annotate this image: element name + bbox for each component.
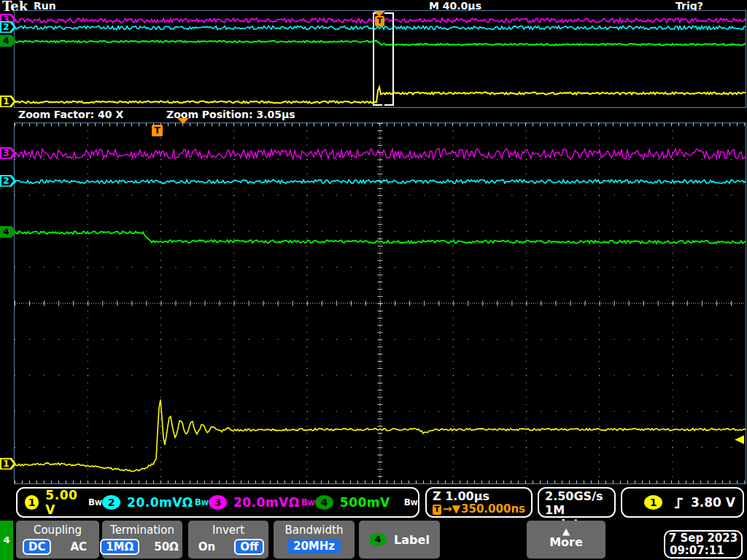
zoom-trigger-t-icon[interactable]: T (152, 125, 163, 136)
ch4-bandwidth-limit-icon: BW (404, 497, 418, 508)
ch3-bandwidth-limit-icon: BW (301, 497, 315, 508)
label-button[interactable]: 4 Label (359, 521, 440, 559)
invert-button[interactable]: Invert On Off (188, 521, 268, 559)
bandwidth-value[interactable]: 20MHz (287, 539, 341, 553)
ch1-badge-icon: 1 (25, 495, 39, 510)
zoom-ch4-badge[interactable]: 4 (0, 226, 16, 238)
bandwidth-button[interactable]: Bandwidth 20MHz (274, 521, 355, 559)
delay-t-icon: T (433, 505, 441, 515)
channel-scale-readouts[interactable]: 1 5.00 V BW 2 20.0mVΩ BW 3 20.0mVΩ BW 4 … (16, 487, 419, 518)
trigger-level-readout: 3.80 V (691, 495, 735, 510)
label-ch4-badge-icon: 4 (369, 533, 387, 546)
coupling-button[interactable]: Coupling DC AC (16, 521, 99, 559)
coupling-ac-option[interactable]: AC (64, 539, 93, 555)
ch4-scale: 500mV (340, 495, 390, 510)
acquisition-info-box[interactable]: 2.50GS/s 1M points (538, 487, 616, 518)
ch2-badge-icon: 2 (102, 495, 120, 510)
trigger-readout-box[interactable]: 1 3.80 V (621, 487, 744, 518)
termination-1m-option[interactable]: 1MΩ (100, 539, 139, 555)
trigger-delay-readout: T→▼350.000ns (433, 503, 525, 516)
overview-ch2-badge[interactable]: 2 (0, 21, 16, 33)
ch3-badge-icon: 3 (209, 495, 227, 510)
coupling-dc-option[interactable]: DC (23, 539, 51, 555)
zoom-bracket-left[interactable] (373, 12, 382, 106)
ch2-scale: 20.0mVΩ (127, 495, 193, 510)
zoom-ch3-badge[interactable]: 3 (0, 147, 16, 159)
time-readout: 09:07:11 (665, 545, 741, 557)
oscilloscope-screen: Tek Run M 40.0µs Trig? T Zoom Factor: 40… (0, 0, 747, 560)
zoom-ch2-badge[interactable]: 2 (0, 175, 16, 187)
ch1-level-left-arrow-icon (735, 435, 744, 444)
datetime-box: 7 Sep 2023 09:07:11 (664, 530, 743, 559)
overview-ch1-badge[interactable]: 1 (0, 96, 16, 107)
overview-trigger-t-icon[interactable]: T (375, 16, 384, 26)
overview-ch4-badge[interactable]: 4 (0, 35, 16, 47)
ch2-bandwidth-limit-icon: BW (195, 497, 209, 508)
termination-button[interactable]: Termination 1MΩ 50Ω (102, 521, 182, 559)
ch1-readout[interactable]: 1 5.00 V BW (25, 488, 102, 517)
menu-channel-tab: 4 (0, 521, 13, 560)
invert-off-option[interactable]: Off (234, 539, 264, 555)
date-readout: 7 Sep 2023 (665, 532, 741, 545)
ch2-readout[interactable]: 2 20.0mVΩ BW (102, 495, 209, 510)
ch3-readout[interactable]: 3 20.0mVΩ BW (209, 495, 315, 510)
invert-on-option[interactable]: On (193, 539, 221, 555)
delay-arrows-icon: →▼ (443, 503, 460, 516)
ch1-bandwidth-limit-icon: BW (88, 497, 102, 508)
zoom-delay-position-icon[interactable] (177, 118, 189, 124)
zoom-bracket-right[interactable] (384, 12, 394, 106)
zoom-scale-readout: Z 1.00µs (433, 489, 525, 503)
ch1-scale: 5.00 V (45, 488, 82, 517)
zoom-factor-readout: Zoom Factor: 40 X (18, 109, 123, 120)
zoom-timebase-box[interactable]: Z 1.00µs T→▼350.000ns (425, 487, 533, 518)
waveform-zoom-window (14, 122, 746, 484)
more-button[interactable]: ▲ More (527, 521, 605, 559)
zoom-traces-and-graticule (15, 123, 746, 483)
more-up-arrow-icon: ▲ (527, 528, 605, 535)
termination-50-option[interactable]: 50Ω (148, 539, 185, 555)
ch4-badge-icon: 4 (315, 495, 333, 510)
zoom-ch1-badge[interactable]: 1 (0, 458, 16, 470)
sample-rate: 2.50GS/s (545, 489, 608, 503)
ch3-scale: 20.0mVΩ (233, 495, 300, 510)
rising-edge-icon (673, 496, 685, 510)
trigger-source-badge-icon: 1 (644, 495, 662, 510)
ch4-readout[interactable]: 4 500mV BW (315, 495, 418, 510)
